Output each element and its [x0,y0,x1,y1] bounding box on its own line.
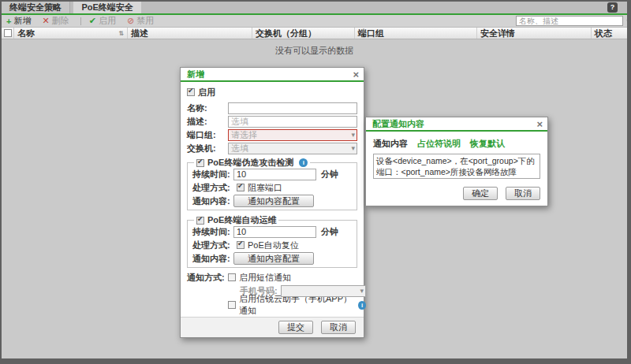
notify-dialog-title-bar: 配置通知内容 × [366,117,547,132]
block-port-checkbox[interactable] [237,184,245,191]
duration-label: 持续时间: [192,226,233,238]
notify-dialog: 配置通知内容 × 通知内容 占位符说明 恢复默认 设备<device_name>… [365,117,548,206]
auto-notify-config-button[interactable]: 通知内容配置 [233,252,314,265]
close-icon[interactable]: × [536,117,543,131]
app-notify-checkbox[interactable] [228,301,236,309]
tab-terminal-security-policy[interactable]: 终端安全策略 [2,2,70,13]
sms-notify-label: 启用短信通知 [239,272,291,284]
switch-label: 交换机: [187,143,228,154]
disable-button-label: 禁用 [136,15,154,27]
action-label: 处理方式: [192,240,233,251]
poe-reset-checkbox[interactable] [237,241,245,249]
empty-state-text: 没有可以显示的数据 [2,45,627,57]
column-header-security-detail[interactable]: 安全详情 [477,28,592,39]
disable-button[interactable]: ⊘ 禁用 [127,15,154,27]
forge-duration-field[interactable] [233,169,316,180]
forge-detection-checkbox[interactable] [196,159,204,167]
tab-poe-terminal-security[interactable]: PoE终端安全 [73,2,140,13]
close-icon[interactable]: × [353,68,359,81]
poe-reset-label: PoE自动复位 [248,240,299,251]
app-window: 终端安全策略 PoE终端安全 ? + 新增 ✕ 删除 ✔ 启用 ⊘ 禁用 [2,2,627,358]
chevron-down-icon: ▾ [360,286,364,296]
cancel-button[interactable]: 取消 [506,187,540,200]
add-dialog-title-bar: 新增 × [181,68,364,82]
notify-method-block: 通知方式: 启用短信通知 手机号码: ▾ 启用信锐云助手（手机APP [187,272,357,310]
port-group-select[interactable]: 请选择 ▾ [228,129,357,141]
enable-button-label: 启用 [99,15,116,27]
notify-method-label: 通知方式: [187,272,228,310]
auto-duration-field[interactable] [233,226,316,238]
notify-dialog-title: 配置通知内容 [372,119,424,128]
add-button-label: 新增 [13,15,31,27]
desc-field[interactable] [228,116,357,128]
sms-notify-checkbox[interactable] [228,273,236,281]
port-group-select-value: 请选择 [231,129,257,141]
add-dialog: 新增 × 启用 名称: 描述: 端口组: 请选择 ▾ [180,67,364,338]
select-all-checkbox[interactable] [4,29,12,37]
cancel-button[interactable]: 取消 [321,321,356,334]
search-icon[interactable] [625,17,627,25]
table-header: 名称 ⇅ 描述 交换机（分组） 端口组 安全详情 状态 [2,28,627,39]
forge-notify-config-button[interactable]: 通知内容配置 [233,195,314,207]
column-header-description[interactable]: 描述 [128,28,252,39]
toolbar-separator [80,17,81,25]
port-group-label: 端口组: [187,129,228,141]
duration-unit: 分钟 [321,226,338,238]
notify-content-label: 通知内容 [373,138,408,150]
info-icon[interactable]: i [299,158,308,167]
switch-select[interactable]: 选填 ▾ [228,143,357,154]
auto-maintain-title: PoE终端自动运维 [207,214,276,226]
column-header-status[interactable]: 状态 [592,28,627,39]
enable-checkbox[interactable] [187,88,195,96]
notify-content-label: 通知内容: [192,253,233,265]
block-port-label: 阻塞端口 [248,182,282,194]
submit-button[interactable]: 提交 [278,321,313,334]
add-dialog-footer: 提交 取消 [181,317,364,337]
plus-icon: + [6,17,11,26]
delete-button[interactable]: ✕ 删除 [42,15,69,27]
placeholder-help-link[interactable]: 占位符说明 [417,138,461,150]
ok-button[interactable]: 确定 [463,187,498,200]
duration-unit: 分钟 [321,169,338,180]
search-box [516,16,623,26]
name-field[interactable] [228,102,357,114]
duration-label: 持续时间: [192,169,233,180]
auto-maintain-fieldset: PoE终端自动运维 持续时间: 分钟 处理方式: PoE自动复位 通知内容: 通… [187,214,357,268]
sort-icon[interactable]: ⇅ [118,30,124,37]
tab-bar: 终端安全策略 PoE终端安全 ? [2,2,627,15]
chevron-down-icon: ▾ [351,130,355,140]
add-dialog-title: 新增 [187,69,204,79]
delete-icon: ✕ [42,16,49,26]
phone-number-select[interactable]: ▾ [281,285,366,297]
name-label: 名称: [187,102,228,114]
select-all-cell [2,28,14,39]
forge-detection-title: PoE终端伪造攻击检测 [207,157,293,169]
forge-detection-fieldset: PoE终端伪造攻击检测 i 持续时间: 分钟 处理方式: 阻塞端口 通知内容: … [187,157,357,210]
help-icon[interactable]: ? [607,2,618,13]
toolbar: + 新增 ✕ 删除 ✔ 启用 ⊘ 禁用 [2,15,627,28]
chevron-down-icon: ▾ [351,143,355,154]
enable-checkbox-label: 启用 [198,87,215,98]
search-input[interactable] [517,17,625,25]
column-header-switch-group[interactable]: 交换机（分组） [252,28,355,39]
auto-maintain-checkbox[interactable] [196,217,204,225]
add-dialog-body: 启用 名称: 描述: 端口组: 请选择 ▾ 交换机: 选填 [181,82,364,314]
notify-dialog-body: 通知内容 占位符说明 恢复默认 设备<device_name>，在<port_g… [366,132,547,206]
column-header-name[interactable]: 名称 ⇅ [14,28,128,39]
info-icon[interactable]: i [358,301,366,310]
add-button[interactable]: + 新增 [6,15,31,27]
check-icon: ✔ [89,16,96,26]
desc-label: 描述: [187,116,228,128]
ban-icon: ⊘ [127,16,134,26]
action-label: 处理方式: [192,182,233,194]
enable-button[interactable]: ✔ 启用 [89,15,116,27]
notify-dialog-footer: 确定 取消 [373,187,540,200]
notify-content-textarea[interactable]: 设备<device_name>，在<port_group>下的端口：<port_… [373,154,540,179]
column-header-port-group[interactable]: 端口组 [355,28,477,39]
notify-content-label: 通知内容: [192,195,233,207]
switch-select-value: 选填 [231,143,248,154]
restore-default-link[interactable]: 恢复默认 [470,138,505,150]
delete-button-label: 删除 [52,15,69,27]
